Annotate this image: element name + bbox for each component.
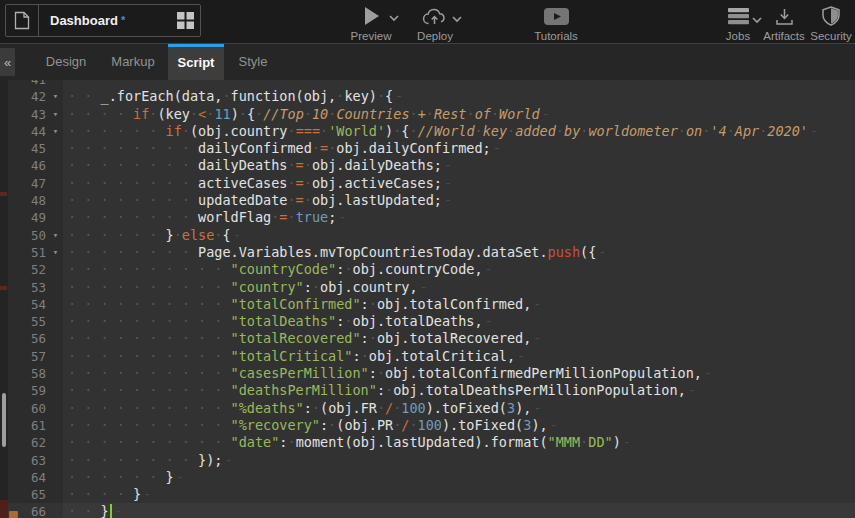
tab-design[interactable]: Design xyxy=(40,44,92,80)
code-text: · · · · · · · · · · "date":·moment(obj.l… xyxy=(68,434,631,451)
chevron-down-icon[interactable] xyxy=(389,15,399,22)
collapse-panel-icon[interactable]: « xyxy=(0,48,15,76)
code-text: · · · · · · · · dailyConfirmed·=·obj.dai… xyxy=(68,140,501,157)
code-text: · · · · · · · · · · "%deaths":·(obj.FR·/… xyxy=(68,400,542,417)
scroll-annotation-mark xyxy=(0,192,7,196)
chevron-down-icon[interactable] xyxy=(452,16,462,23)
code-text: · · · · · · · · · · "totalConfirmed":·ob… xyxy=(68,296,541,313)
code-line[interactable]: 42▾· · _.forEach(data,·function(obj,·key… xyxy=(0,88,855,105)
fold-toggle-icon[interactable]: ▾ xyxy=(48,244,63,261)
scroll-annotation-block xyxy=(0,500,8,518)
code-text: · · · · · · · · updatedDate·=·obj.lastUp… xyxy=(68,192,452,209)
code-text: · · }- xyxy=(68,503,122,518)
tab-style[interactable]: Style xyxy=(230,44,276,80)
tutorials-button[interactable]: Tutorials xyxy=(527,5,585,42)
play-icon xyxy=(363,5,380,27)
code-text: · · · · · · · · worldFlag·=·true;- xyxy=(68,209,346,226)
code-text: · · · · · · }·else·{- xyxy=(68,227,241,244)
fold-toggle-icon[interactable]: ▾ xyxy=(48,123,63,140)
code-line[interactable]: 59· · · · · · · · · · "deathsPerMillion"… xyxy=(0,382,855,399)
code-text: · · · · · · · · · · "casesPerMillion":·o… xyxy=(68,365,712,382)
top-toolbar: Dashboard* Preview xyxy=(0,0,855,43)
gutter-warning-icon xyxy=(9,511,18,518)
code-text: · · · · · · · · · · "deathsPerMillion":·… xyxy=(68,382,696,399)
code-lines: 41-42▾· · _.forEach(data,·function(obj,·… xyxy=(0,80,855,518)
deploy-label: Deploy xyxy=(417,30,453,42)
code-text: · · · · · · · · dailyDeaths·=·obj.dailyD… xyxy=(68,157,452,174)
deploy-button[interactable]: Deploy xyxy=(410,5,460,42)
code-line[interactable]: 66· · }- xyxy=(0,503,855,518)
code-line[interactable]: 65· · · · }- xyxy=(0,486,855,503)
server-stack-icon xyxy=(728,5,749,27)
modified-indicator: * xyxy=(121,14,125,26)
text-cursor xyxy=(110,504,112,518)
preview-label: Preview xyxy=(351,30,392,42)
video-icon xyxy=(544,5,569,27)
code-line[interactable]: 50▾· · · · · · }·else·{- xyxy=(0,227,855,244)
code-text: · · · · · · · · · · "totalRecovered":·ob… xyxy=(68,330,541,347)
page-title: Dashboard* xyxy=(39,5,170,36)
code-line[interactable]: 56· · · · · · · · · · "totalRecovered":·… xyxy=(0,330,855,347)
pages-grid-icon[interactable] xyxy=(170,5,200,36)
shield-icon xyxy=(822,5,840,27)
security-label: Security xyxy=(810,30,852,42)
code-line[interactable]: 52· · · · · · · · · · "countryCode":·obj… xyxy=(0,261,855,278)
code-line[interactable]: 41- xyxy=(0,80,855,88)
code-line[interactable]: 48· · · · · · · · updatedDate·=·obj.last… xyxy=(0,192,855,209)
code-line[interactable]: 45· · · · · · · · dailyConfirmed·=·obj.d… xyxy=(0,140,855,157)
fold-toggle-icon[interactable]: ▾ xyxy=(48,106,63,123)
code-text: · · · · · · if·(obj.country·===·'World')… xyxy=(68,123,818,140)
fold-toggle-icon[interactable]: ▾ xyxy=(48,88,63,105)
preview-button[interactable]: Preview xyxy=(344,5,398,42)
jobs-button[interactable]: Jobs xyxy=(716,5,760,42)
page-file-icon xyxy=(6,5,39,36)
code-line[interactable]: 49· · · · · · · · worldFlag·=·true;- xyxy=(0,209,855,226)
fold-toggle-icon[interactable]: ▾ xyxy=(48,227,63,244)
page-selector[interactable]: Dashboard* xyxy=(5,4,201,37)
artifacts-label: Artifacts xyxy=(763,30,805,42)
code-text: - xyxy=(68,80,78,88)
code-line[interactable]: 60· · · · · · · · · · "%deaths":·(obj.FR… xyxy=(0,400,855,417)
code-text: · · _.forEach(data,·function(obj,·key)·{… xyxy=(68,88,403,105)
code-line[interactable]: 43▾· · · · if·(key·<·11)·{·//Top·10·Coun… xyxy=(0,106,855,123)
code-line[interactable]: 64· · · · · · }- xyxy=(0,469,855,486)
code-text: · · · · · · · · });- xyxy=(68,452,233,469)
scrollbar-thumb[interactable] xyxy=(2,393,6,447)
code-line[interactable]: 55· · · · · · · · · · "totalDeaths":·obj… xyxy=(0,313,855,330)
code-text: · · · · · · · · Page.Variables.mvTopCoun… xyxy=(68,244,606,261)
code-line[interactable]: 63· · · · · · · · });- xyxy=(0,452,855,469)
code-text: · · · · · · · · · · "totalDeaths":·obj.t… xyxy=(68,313,493,330)
code-line[interactable]: 58· · · · · · · · · · "casesPerMillion":… xyxy=(0,365,855,382)
jobs-label: Jobs xyxy=(726,30,750,42)
code-line[interactable]: 51▾· · · · · · · · Page.Variables.mvTopC… xyxy=(0,244,855,261)
editor-tabbar: « Design Markup Script Style xyxy=(0,44,855,80)
artifacts-button[interactable]: Artifacts xyxy=(758,5,810,42)
code-text: · · · · · · · · activeCases·=·obj.active… xyxy=(68,175,452,192)
code-text: · · · · · · · · · · "%recovery":·(obj.PR… xyxy=(68,417,558,434)
script-code-editor[interactable]: 41-42▾· · _.forEach(data,·function(obj,·… xyxy=(0,80,855,518)
code-line[interactable]: 46· · · · · · · · dailyDeaths·=·obj.dail… xyxy=(0,157,855,174)
code-text: · · · · · · · · · · "country":·obj.count… xyxy=(68,279,428,296)
tab-markup[interactable]: Markup xyxy=(104,44,162,80)
tutorials-label: Tutorials xyxy=(534,30,578,42)
security-button[interactable]: Security xyxy=(807,5,855,42)
code-line[interactable]: 53· · · · · · · · · · "country":·obj.cou… xyxy=(0,279,855,296)
code-line[interactable]: 61· · · · · · · · · · "%recovery":·(obj.… xyxy=(0,417,855,434)
code-line[interactable]: 62· · · · · · · · · · "date":·moment(obj… xyxy=(0,434,855,451)
code-text: · · · · · · · · · · "countryCode":·obj.c… xyxy=(68,261,493,278)
scroll-annotation-mark xyxy=(0,286,7,290)
code-text: · · · · if·(key·<·11)·{·//Top·10·Countri… xyxy=(68,106,550,123)
code-line[interactable]: 47· · · · · · · · activeCases·=·obj.acti… xyxy=(0,175,855,192)
code-text: · · · · · · }- xyxy=(68,469,184,486)
code-text: · · · · }- xyxy=(68,486,151,503)
cloud-upload-icon xyxy=(422,5,448,27)
editor-scrollbar[interactable] xyxy=(0,80,8,518)
code-line[interactable]: 44▾· · · · · · if·(obj.country·===·'Worl… xyxy=(0,123,855,140)
code-line[interactable]: 57· · · · · · · · · · "totalCritical":·o… xyxy=(0,348,855,365)
download-icon xyxy=(775,5,794,27)
tab-script[interactable]: Script xyxy=(168,44,224,80)
code-text: · · · · · · · · · · "totalCritical":·obj… xyxy=(68,348,525,365)
code-line[interactable]: 54· · · · · · · · · · "totalConfirmed":·… xyxy=(0,296,855,313)
